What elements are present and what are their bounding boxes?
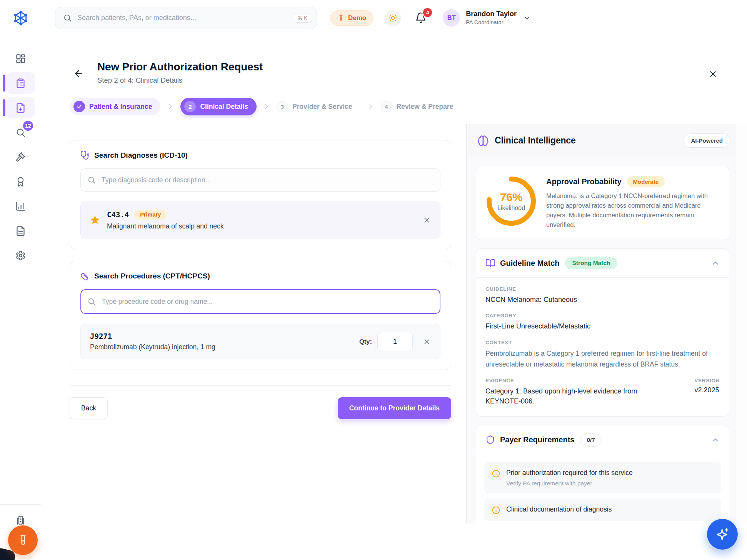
app-root: ⌘ K Demo 4 BT Brandon Taylor PA Coordina…: [0, 0, 747, 560]
procedures-card: Search Procedures (CPT/HCPCS) J9271 Pemb…: [70, 261, 451, 370]
requirement-item[interactable]: Clinical documentation of diagnosis: [484, 498, 721, 521]
beaker-icon: [337, 14, 345, 22]
theme-toggle-button[interactable]: [384, 10, 401, 27]
guideline-label: GUIDELINE: [485, 286, 720, 292]
close-button[interactable]: [708, 69, 718, 79]
sidebar-item-analytics[interactable]: [6, 195, 35, 217]
main-content: New Prior Authorization Request Step 2 o…: [41, 36, 747, 560]
context-value: Pembrolizumab is a Category 1 preferred …: [485, 348, 720, 370]
step-patient-insurance[interactable]: Patient & Insurance: [70, 98, 160, 115]
primary-badge: Primary: [134, 210, 167, 220]
search-count-badge: 12: [22, 120, 34, 132]
payer-requirements-body: Prior authorization required for this se…: [476, 455, 729, 523]
global-search[interactable]: ⌘ K: [55, 7, 317, 29]
user-menu[interactable]: Brandon Taylor PA Coordinator: [466, 10, 517, 25]
sidebar-item-legal[interactable]: [6, 146, 35, 168]
clinical-intelligence-panel: Clinical Intelligence AI-Powered 76%: [466, 124, 747, 523]
likelihood-label: Likelihood: [497, 205, 525, 212]
form-column: Search Diagnoses (ICD-10) C43.4: [41, 124, 466, 523]
requirements-count-badge: 0/7: [580, 433, 602, 447]
approval-donut: 76% Likelihood: [486, 176, 536, 226]
gavel-icon: [15, 152, 26, 162]
step-label: Clinical Details: [200, 103, 248, 111]
search-icon: [87, 176, 96, 184]
remove-procedure-button[interactable]: [423, 338, 431, 346]
sidebar-item-credentials[interactable]: [6, 171, 35, 192]
ai-powered-badge: AI-Powered: [684, 133, 730, 148]
context-label: CONTEXT: [485, 340, 720, 345]
step-label: Provider & Service: [292, 103, 352, 111]
chevron-right-icon: [263, 103, 270, 110]
step-clinical-details[interactable]: 2 Clinical Details: [180, 98, 257, 115]
close-icon: [708, 69, 718, 79]
ai-assistant-fab-button[interactable]: [707, 519, 738, 550]
procedure-search-input[interactable]: [80, 289, 440, 314]
approval-description: Melanoma: is a Category 1 NCCN-preferred…: [546, 191, 719, 230]
approval-title: Approval Probability: [546, 177, 622, 186]
user-avatar[interactable]: BT: [443, 9, 460, 27]
remove-diagnosis-button[interactable]: [423, 216, 431, 224]
back-button[interactable]: Back: [70, 397, 108, 419]
arrow-left-icon: [73, 68, 84, 79]
diagnosis-code: C43.4: [107, 210, 129, 219]
chevron-down-icon[interactable]: [523, 14, 531, 22]
payer-requirements-card: Payer Requirements 0/7 Prior authorizati…: [476, 425, 729, 523]
collapse-guideline-button[interactable]: [711, 259, 720, 267]
sidebar-item-prior-authorizations[interactable]: [6, 72, 35, 94]
demo-fab-button[interactable]: [8, 525, 38, 555]
shield-icon: [485, 435, 495, 445]
procedure-code: J9271: [90, 332, 112, 340]
brain-icon: [477, 135, 489, 147]
pill-icon: [80, 272, 90, 281]
step-number: 3: [277, 101, 288, 112]
guideline-match-card: Guideline Match Strong Match GUIDELINE N…: [476, 248, 729, 416]
topbar: ⌘ K Demo 4 BT Brandon Taylor PA Coordina…: [0, 0, 747, 36]
procedures-card-title: Search Procedures (CPT/HCPCS): [94, 272, 210, 280]
app-logo[interactable]: [0, 9, 41, 27]
payer-requirements-title: Payer Requirements: [500, 435, 574, 444]
award-icon: [15, 177, 26, 187]
selected-procedure-item: J9271 Pembrolizumab (Keytruda) injection…: [80, 324, 440, 359]
info-icon: [492, 506, 500, 515]
global-search-input[interactable]: [77, 14, 294, 22]
strong-match-badge: Strong Match: [565, 257, 617, 269]
sidebar-item-documents[interactable]: [6, 220, 35, 242]
chevron-right-icon: [367, 103, 375, 110]
requirement-text: Prior authorization required for this se…: [506, 468, 633, 478]
sidebar-item-search[interactable]: 12: [6, 122, 35, 143]
guideline-body: GUIDELINE NCCN Melanoma: Cutaneous CATEG…: [476, 278, 729, 416]
notifications-button[interactable]: 4: [415, 12, 427, 24]
guideline-match-header[interactable]: Guideline Match Strong Match: [476, 249, 729, 278]
demo-label: Demo: [348, 14, 366, 22]
step-provider-service[interactable]: 3 Provider & Service: [277, 98, 361, 115]
qty-label: Qty:: [359, 338, 372, 345]
search-icon: [63, 13, 72, 22]
sidebar-nav: 12: [0, 36, 41, 560]
version-label: VERSION: [695, 378, 720, 383]
star-icon[interactable]: [90, 215, 100, 225]
panel-scrollbar[interactable]: [735, 124, 747, 523]
sidebar-item-new-request[interactable]: [6, 97, 35, 118]
sparkles-icon: [715, 527, 730, 542]
procedure-description: Pembrolizumab (Keytruda) injection, 1 mg: [90, 343, 215, 351]
intelligence-header: Clinical Intelligence AI-Powered: [467, 124, 747, 157]
sidebar-item-dashboard[interactable]: [6, 48, 35, 69]
stepper: Patient & Insurance 2 Clinical Details 3…: [70, 98, 747, 115]
page-header: New Prior Authorization Request Step 2 o…: [41, 36, 747, 85]
payer-requirements-header[interactable]: Payer Requirements 0/7: [476, 425, 729, 455]
demo-mode-badge[interactable]: Demo: [330, 10, 374, 26]
step-label: Patient & Insurance: [89, 103, 152, 111]
collapse-payer-button[interactable]: [711, 436, 720, 444]
x-icon: [423, 216, 431, 224]
page-title: New Prior Authorization Request: [97, 61, 719, 73]
diagnosis-search-input[interactable]: [80, 168, 440, 192]
form-actions: Back Continue to Provider Details: [70, 385, 451, 419]
chevron-up-icon: [711, 259, 720, 267]
sidebar-item-settings[interactable]: [6, 245, 35, 266]
step-review-prepare[interactable]: 4 Review & Prepare: [381, 98, 462, 115]
continue-button[interactable]: Continue to Provider Details: [338, 397, 451, 419]
molecule-logo-icon: [12, 9, 30, 27]
back-arrow-button[interactable]: [73, 68, 84, 79]
qty-input[interactable]: [377, 332, 413, 351]
requirement-item[interactable]: Prior authorization required for this se…: [484, 462, 721, 494]
